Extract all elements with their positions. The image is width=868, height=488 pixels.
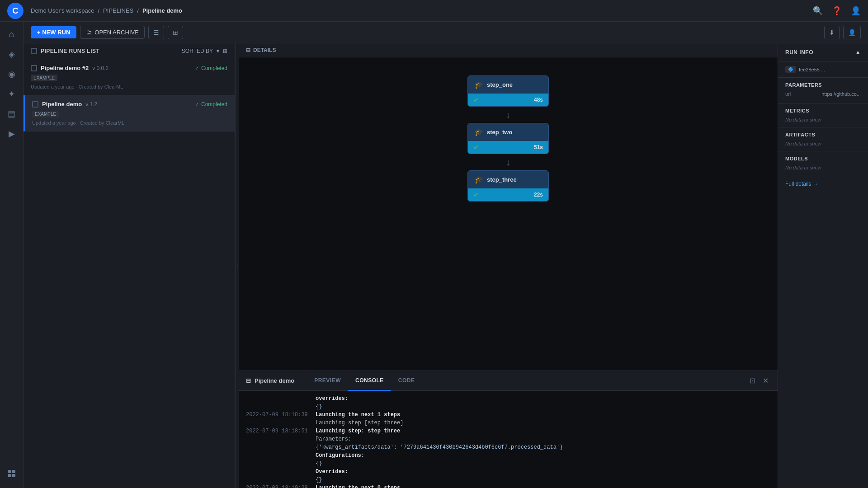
toolbar-right: ⬇ 👤 bbox=[824, 26, 861, 39]
log-message: Launching step [step_three] bbox=[316, 420, 778, 426]
panel-resizer[interactable]: ⋮ bbox=[235, 43, 239, 488]
log-message: Launching step: step_three bbox=[316, 428, 778, 434]
run-status: ✓ Completed bbox=[195, 101, 227, 108]
sidebar-item-experiments[interactable]: ◈ bbox=[3, 45, 21, 63]
pipeline-node-step-three[interactable]: 🎓 step_three ✔ 22s bbox=[467, 170, 549, 202]
console-header: ⊟ Pipeline demo PREVIEW CONSOLE CODE ⊡ ✕ bbox=[239, 371, 778, 391]
console-title: ⊟ Pipeline demo bbox=[246, 377, 294, 384]
user-icon[interactable]: 👤 bbox=[851, 6, 861, 16]
sidebar: ⌂ ◈ ◉ ✦ ▤ ▶ bbox=[0, 22, 24, 488]
log-timestamp: 2022-07-09 18:19:28 bbox=[239, 485, 316, 488]
runs-panel-header: PIPELINE RUNS LIST SORTED BY ▾ ⊞ bbox=[24, 43, 235, 59]
toolbar: + NEW RUN 🗂 OPEN ARCHIVE ☰ ⊞ ⬇ 👤 bbox=[24, 22, 868, 43]
filter-icon[interactable]: ⊞ bbox=[223, 48, 227, 54]
log-message: {} bbox=[316, 404, 778, 410]
check-icon: ✓ bbox=[195, 65, 199, 71]
console-log-row: 2022-07-09 18:18:39 Launching the next 1… bbox=[239, 411, 778, 419]
params-section: PARAMETERS url https://github.co... bbox=[778, 78, 868, 103]
run-id-badge: 🔷 bbox=[785, 66, 796, 73]
collapse-icon[interactable]: ▲ bbox=[855, 49, 861, 56]
run-name: Pipeline demo bbox=[42, 101, 82, 108]
download-button[interactable]: ⬇ bbox=[824, 26, 840, 39]
run-item[interactable]: Pipeline demo v 1.2 ✓ Completed EXAMPLE … bbox=[24, 95, 235, 131]
svg-rect-3 bbox=[12, 470, 15, 473]
console-actions: ⊡ ✕ bbox=[748, 375, 770, 387]
node-time: 51s bbox=[534, 144, 543, 150]
console-tabs: PREVIEW CONSOLE CODE bbox=[307, 371, 422, 391]
details-tab[interactable]: ⊟ DETAILS bbox=[239, 43, 778, 57]
console-content: overrides: {} 2022-07-09 18:18:39 Launch… bbox=[239, 391, 778, 488]
tab-preview[interactable]: PREVIEW bbox=[307, 371, 348, 391]
select-all-checkbox[interactable] bbox=[31, 48, 37, 54]
node-name: step_two bbox=[487, 129, 512, 136]
full-details-link[interactable]: Full details → bbox=[778, 175, 868, 192]
sorted-by-button[interactable]: SORTED BY ▾ ⊞ bbox=[182, 48, 227, 54]
check-icon: ✓ bbox=[195, 101, 199, 108]
sidebar-item-models[interactable]: ◉ bbox=[3, 65, 21, 83]
grid-view-button[interactable]: ⊞ bbox=[168, 26, 183, 39]
diagram-area: 🎓 step_one ✔ 48s ↓ 🎓 bbox=[239, 57, 778, 371]
open-archive-button[interactable]: 🗂 OPEN ARCHIVE bbox=[80, 26, 145, 39]
artifacts-empty: No data to show bbox=[785, 141, 861, 146]
info-panel-title: RUN INFO bbox=[785, 49, 813, 56]
app-logo[interactable]: C bbox=[7, 3, 24, 19]
node-check-icon: ✔ bbox=[473, 144, 479, 151]
console-log-row: overrides: bbox=[239, 394, 778, 403]
param-label: url bbox=[785, 91, 791, 97]
breadcrumb: Demo User's workspace / PIPELINES / Pipe… bbox=[31, 7, 182, 14]
runs-panel-title: PIPELINE RUNS LIST bbox=[41, 48, 99, 54]
svg-rect-4 bbox=[8, 474, 11, 477]
archive-icon: 🗂 bbox=[86, 29, 92, 36]
log-message: {} bbox=[316, 460, 778, 467]
node-name: step_one bbox=[487, 81, 513, 88]
main-layout: ⌂ ◈ ◉ ✦ ▤ ▶ + NEW RUN 🗂 OPEN ARCHIVE ☰ ⊞… bbox=[0, 22, 868, 488]
sidebar-item-orchestration[interactable]: ▶ bbox=[3, 125, 21, 143]
help-icon[interactable]: ❓ bbox=[832, 6, 842, 16]
run-id-value: fee28e55 ... bbox=[799, 67, 825, 72]
close-button[interactable]: ✕ bbox=[761, 375, 770, 387]
pipeline-flow: 🎓 step_one ✔ 48s ↓ 🎓 bbox=[467, 75, 549, 202]
console-log-row: Overrides: bbox=[239, 468, 778, 476]
tab-code[interactable]: CODE bbox=[391, 371, 422, 391]
log-timestamp: 2022-07-09 18:18:39 bbox=[239, 412, 316, 418]
pipeline-node-step-two[interactable]: 🎓 step_two ✔ 51s bbox=[467, 123, 549, 154]
sidebar-item-pipelines[interactable]: ✦ bbox=[3, 85, 21, 103]
run-status: ✓ Completed bbox=[195, 65, 227, 71]
expand-button[interactable]: ⊡ bbox=[748, 375, 757, 387]
log-message: Overrides: bbox=[316, 469, 778, 475]
breadcrumb-workspace[interactable]: Demo User's workspace bbox=[31, 7, 94, 14]
sidebar-item-integrations[interactable] bbox=[3, 465, 21, 483]
tab-console[interactable]: CONSOLE bbox=[348, 371, 391, 391]
list-view-button[interactable]: ☰ bbox=[148, 26, 164, 39]
console-log-row: Launching step [step_three] bbox=[239, 419, 778, 427]
breadcrumb-pipelines[interactable]: PIPELINES bbox=[103, 7, 133, 14]
artifacts-section: ARTIFACTS No data to show bbox=[778, 127, 868, 151]
log-message: overrides: bbox=[316, 395, 778, 402]
user-menu-button[interactable]: 👤 bbox=[843, 26, 861, 39]
run-item[interactable]: Pipeline demo #2 v 0.0.2 ✓ Completed EXA… bbox=[24, 59, 235, 95]
svg-rect-5 bbox=[12, 474, 15, 477]
pipeline-node-step-one[interactable]: 🎓 step_one ✔ 48s bbox=[467, 75, 549, 107]
search-icon[interactable]: 🔍 bbox=[813, 6, 823, 16]
log-message: Launching the next 1 steps bbox=[316, 412, 778, 418]
run-name: Pipeline demo #2 bbox=[41, 65, 89, 71]
console-title-icon: ⊟ bbox=[246, 377, 251, 384]
node-header: 🎓 step_one bbox=[468, 76, 548, 94]
run-item-header: Pipeline demo #2 v 0.0.2 ✓ Completed bbox=[31, 65, 227, 71]
info-panel-header: RUN INFO ▲ bbox=[778, 43, 868, 61]
models-section: MODELS No data to show bbox=[778, 151, 868, 175]
run-version: v 1.2 bbox=[85, 101, 97, 108]
breadcrumb-current: Pipeline demo bbox=[142, 7, 182, 14]
breadcrumb-sep1: / bbox=[98, 7, 99, 14]
sidebar-item-home[interactable]: ⌂ bbox=[3, 25, 21, 43]
run-checkbox[interactable] bbox=[32, 101, 38, 108]
run-checkbox[interactable] bbox=[31, 65, 37, 71]
sidebar-item-datasets[interactable]: ▤ bbox=[3, 105, 21, 123]
run-meta: Updated a year ago · Created by ClearML bbox=[31, 84, 227, 89]
info-panel: RUN INFO ▲ 🔷 fee28e55 ... PARAMETERS url… bbox=[778, 43, 868, 488]
run-tag: EXAMPLE bbox=[32, 111, 59, 117]
topbar-right: 🔍 ❓ 👤 bbox=[813, 6, 861, 16]
new-run-button[interactable]: + NEW RUN bbox=[31, 26, 76, 38]
topbar: C Demo User's workspace / PIPELINES / Pi… bbox=[0, 0, 868, 22]
content-area: + NEW RUN 🗂 OPEN ARCHIVE ☰ ⊞ ⬇ 👤 PIPELIN… bbox=[24, 22, 868, 488]
